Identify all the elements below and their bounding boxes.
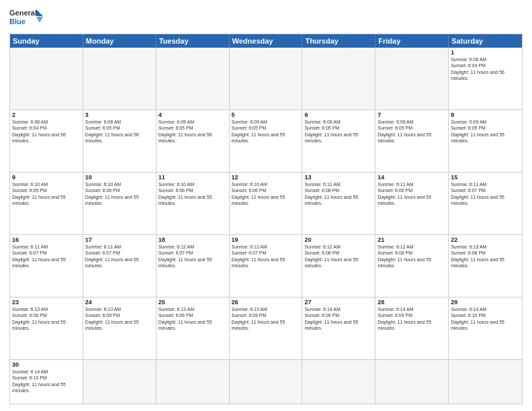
day-number: 7 [378, 111, 446, 118]
day-cell: 9Sunrise: 6:10 AMSunset: 6:05 PMDaylight… [10, 173, 83, 234]
day-number: 4 [159, 111, 227, 118]
day-number: 1 [451, 49, 520, 56]
day-cell: 11Sunrise: 6:10 AMSunset: 6:06 PMDayligh… [157, 173, 230, 234]
day-cell: 26Sunrise: 6:13 AMSunset: 6:09 PMDayligh… [230, 298, 303, 359]
day-number: 22 [451, 236, 520, 243]
day-cell: 2Sunrise: 6:08 AMSunset: 6:04 PMDaylight… [10, 110, 83, 172]
day-info: Sunrise: 6:14 AMSunset: 6:10 PMDaylight:… [12, 369, 81, 394]
day-info: Sunrise: 6:09 AMSunset: 6:05 PMDaylight:… [232, 119, 300, 144]
day-info: Sunrise: 6:14 AMSunset: 6:09 PMDaylight:… [304, 306, 373, 332]
day-info: Sunrise: 6:10 AMSunset: 6:05 PMDaylight:… [12, 181, 81, 207]
day-info: Sunrise: 6:11 AMSunset: 6:07 PMDaylight:… [85, 244, 154, 269]
day-cell: 21Sunrise: 6:12 AMSunset: 6:08 PMDayligh… [375, 235, 449, 297]
weeks: 1Sunrise: 6:08 AMSunset: 6:04 PMDaylight… [10, 48, 522, 404]
day-number: 3 [85, 111, 154, 118]
week-row: 16Sunrise: 6:11 AMSunset: 6:07 PMDayligh… [10, 234, 522, 297]
week-row: 23Sunrise: 6:13 AMSunset: 6:08 PMDayligh… [10, 297, 522, 359]
day-info: Sunrise: 6:12 AMSunset: 6:08 PMDaylight:… [378, 244, 446, 269]
day-number: 11 [159, 174, 227, 181]
day-number: 27 [304, 299, 373, 306]
day-number: 29 [451, 299, 520, 306]
day-cell: 6Sunrise: 6:09 AMSunset: 6:05 PMDaylight… [302, 110, 375, 172]
day-info: Sunrise: 6:10 AMSunset: 6:06 PMDaylight:… [159, 181, 227, 207]
day-cell: 29Sunrise: 6:14 AMSunset: 6:10 PMDayligh… [449, 298, 522, 359]
day-cell: 7Sunrise: 6:09 AMSunset: 6:05 PMDaylight… [375, 110, 449, 172]
day-number: 19 [232, 236, 300, 243]
logo: General Blue [9, 7, 44, 31]
day-number: 6 [304, 111, 373, 118]
day-number: 13 [304, 174, 373, 181]
day-info: Sunrise: 6:09 AMSunset: 6:05 PMDaylight:… [378, 119, 446, 144]
svg-marker-3 [36, 17, 43, 23]
day-cell [449, 360, 522, 404]
week-row: 1Sunrise: 6:08 AMSunset: 6:04 PMDaylight… [10, 48, 522, 109]
day-header: Tuesday [157, 34, 230, 48]
day-cell [10, 48, 83, 109]
day-info: Sunrise: 6:11 AMSunset: 6:06 PMDaylight:… [378, 181, 446, 207]
day-number: 15 [451, 174, 520, 181]
day-cell [157, 360, 230, 404]
day-number: 25 [159, 299, 227, 306]
calendar: SundayMondayTuesdayWednesdayThursdayFrid… [9, 34, 523, 404]
day-number: 20 [304, 236, 373, 243]
svg-marker-2 [36, 9, 43, 16]
day-cell: 23Sunrise: 6:13 AMSunset: 6:08 PMDayligh… [10, 298, 83, 359]
day-header: Monday [83, 34, 157, 48]
day-cell [302, 48, 375, 109]
day-info: Sunrise: 6:08 AMSunset: 6:05 PMDaylight:… [85, 119, 154, 144]
day-cell: 12Sunrise: 6:10 AMSunset: 6:06 PMDayligh… [230, 173, 303, 234]
day-cell [83, 360, 157, 404]
day-header: Thursday [302, 34, 375, 48]
day-number: 24 [85, 299, 154, 306]
day-cell [302, 360, 375, 404]
day-info: Sunrise: 6:14 AMSunset: 6:10 PMDaylight:… [451, 306, 520, 332]
day-info: Sunrise: 6:09 AMSunset: 6:05 PMDaylight:… [304, 119, 373, 144]
day-number: 23 [12, 299, 81, 306]
day-info: Sunrise: 6:13 AMSunset: 6:08 PMDaylight:… [451, 244, 520, 269]
day-cell: 14Sunrise: 6:11 AMSunset: 6:06 PMDayligh… [375, 173, 449, 234]
day-cell [230, 360, 303, 404]
week-row: 30Sunrise: 6:14 AMSunset: 6:10 PMDayligh… [10, 359, 522, 404]
day-info: Sunrise: 6:10 AMSunset: 6:06 PMDaylight:… [85, 181, 154, 207]
day-number: 10 [85, 174, 154, 181]
day-info: Sunrise: 6:11 AMSunset: 6:07 PMDaylight:… [451, 181, 520, 207]
day-cell: 8Sunrise: 6:09 AMSunset: 6:05 PMDaylight… [449, 110, 522, 172]
header: General Blue [9, 7, 523, 31]
day-info: Sunrise: 6:10 AMSunset: 6:06 PMDaylight:… [232, 181, 300, 207]
day-info: Sunrise: 6:13 AMSunset: 6:09 PMDaylight:… [232, 306, 300, 332]
day-number: 9 [12, 174, 81, 181]
day-number: 2 [12, 111, 81, 118]
day-cell: 27Sunrise: 6:14 AMSunset: 6:09 PMDayligh… [302, 298, 375, 359]
day-cell: 13Sunrise: 6:11 AMSunset: 6:06 PMDayligh… [302, 173, 375, 234]
day-number: 17 [85, 236, 154, 243]
svg-text:General: General [9, 9, 37, 17]
day-info: Sunrise: 6:11 AMSunset: 6:06 PMDaylight:… [304, 181, 373, 207]
day-cell [83, 48, 157, 109]
day-header: Sunday [10, 34, 83, 48]
page: General Blue SundayMondayTuesdayWednesda… [0, 0, 532, 411]
day-info: Sunrise: 6:08 AMSunset: 6:04 PMDaylight:… [451, 56, 520, 82]
week-row: 2Sunrise: 6:08 AMSunset: 6:04 PMDaylight… [10, 109, 522, 172]
day-number: 21 [378, 236, 446, 243]
day-info: Sunrise: 6:08 AMSunset: 6:04 PMDaylight:… [12, 119, 81, 144]
day-info: Sunrise: 6:13 AMSunset: 6:09 PMDaylight:… [159, 306, 227, 332]
day-cell: 22Sunrise: 6:13 AMSunset: 6:08 PMDayligh… [449, 235, 522, 297]
day-cell: 18Sunrise: 6:12 AMSunset: 6:07 PMDayligh… [157, 235, 230, 297]
day-number: 18 [159, 236, 227, 243]
day-info: Sunrise: 6:13 AMSunset: 6:09 PMDaylight:… [85, 306, 154, 332]
day-cell [375, 48, 449, 109]
day-number: 5 [232, 111, 300, 118]
logo-svg: General Blue [9, 7, 44, 31]
day-cell: 19Sunrise: 6:12 AMSunset: 6:07 PMDayligh… [230, 235, 303, 297]
day-cell: 25Sunrise: 6:13 AMSunset: 6:09 PMDayligh… [157, 298, 230, 359]
day-cell: 17Sunrise: 6:11 AMSunset: 6:07 PMDayligh… [83, 235, 157, 297]
day-cell: 3Sunrise: 6:08 AMSunset: 6:05 PMDaylight… [83, 110, 157, 172]
day-number: 30 [12, 361, 81, 368]
day-info: Sunrise: 6:09 AMSunset: 6:05 PMDaylight:… [451, 119, 520, 144]
day-cell: 24Sunrise: 6:13 AMSunset: 6:09 PMDayligh… [83, 298, 157, 359]
day-info: Sunrise: 6:13 AMSunset: 6:08 PMDaylight:… [12, 306, 81, 332]
day-number: 14 [378, 174, 446, 181]
day-info: Sunrise: 6:09 AMSunset: 6:05 PMDaylight:… [159, 119, 227, 144]
day-cell [375, 360, 449, 404]
day-info: Sunrise: 6:14 AMSunset: 6:09 PMDaylight:… [378, 306, 446, 332]
